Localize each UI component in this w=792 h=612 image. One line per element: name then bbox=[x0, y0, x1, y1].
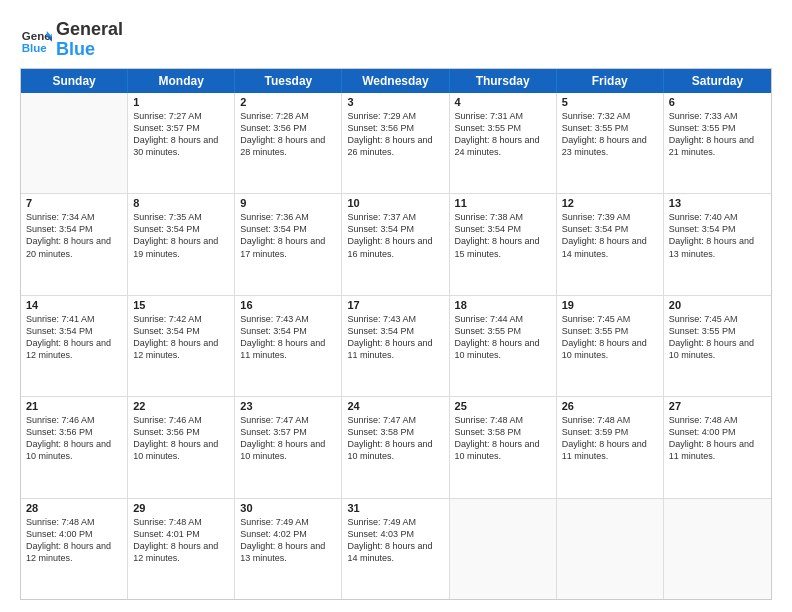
cell-info: Sunrise: 7:32 AMSunset: 3:55 PMDaylight:… bbox=[562, 110, 658, 159]
calendar-cell bbox=[664, 499, 771, 599]
calendar-header-row: Sunday Monday Tuesday Wednesday Thursday… bbox=[21, 69, 771, 93]
cell-info: Sunrise: 7:41 AMSunset: 3:54 PMDaylight:… bbox=[26, 313, 122, 362]
calendar-cell: 8Sunrise: 7:35 AMSunset: 3:54 PMDaylight… bbox=[128, 194, 235, 294]
cell-info: Sunrise: 7:46 AMSunset: 3:56 PMDaylight:… bbox=[133, 414, 229, 463]
day-number: 29 bbox=[133, 502, 229, 514]
logo-icon: General Blue bbox=[20, 24, 52, 56]
header-sunday: Sunday bbox=[21, 69, 128, 93]
day-number: 4 bbox=[455, 96, 551, 108]
cell-info: Sunrise: 7:48 AMSunset: 4:01 PMDaylight:… bbox=[133, 516, 229, 565]
day-number: 15 bbox=[133, 299, 229, 311]
calendar-cell: 31Sunrise: 7:49 AMSunset: 4:03 PMDayligh… bbox=[342, 499, 449, 599]
cell-info: Sunrise: 7:36 AMSunset: 3:54 PMDaylight:… bbox=[240, 211, 336, 260]
calendar-cell: 25Sunrise: 7:48 AMSunset: 3:58 PMDayligh… bbox=[450, 397, 557, 497]
day-number: 10 bbox=[347, 197, 443, 209]
cell-info: Sunrise: 7:49 AMSunset: 4:02 PMDaylight:… bbox=[240, 516, 336, 565]
cell-info: Sunrise: 7:48 AMSunset: 3:58 PMDaylight:… bbox=[455, 414, 551, 463]
cell-info: Sunrise: 7:28 AMSunset: 3:56 PMDaylight:… bbox=[240, 110, 336, 159]
cell-info: Sunrise: 7:48 AMSunset: 4:00 PMDaylight:… bbox=[669, 414, 766, 463]
header-thursday: Thursday bbox=[450, 69, 557, 93]
day-number: 1 bbox=[133, 96, 229, 108]
day-number: 26 bbox=[562, 400, 658, 412]
calendar-week-4: 21Sunrise: 7:46 AMSunset: 3:56 PMDayligh… bbox=[21, 397, 771, 498]
header-tuesday: Tuesday bbox=[235, 69, 342, 93]
header-friday: Friday bbox=[557, 69, 664, 93]
calendar-cell: 2Sunrise: 7:28 AMSunset: 3:56 PMDaylight… bbox=[235, 93, 342, 193]
header-saturday: Saturday bbox=[664, 69, 771, 93]
cell-info: Sunrise: 7:47 AMSunset: 3:58 PMDaylight:… bbox=[347, 414, 443, 463]
day-number: 30 bbox=[240, 502, 336, 514]
calendar-cell: 18Sunrise: 7:44 AMSunset: 3:55 PMDayligh… bbox=[450, 296, 557, 396]
calendar-week-2: 7Sunrise: 7:34 AMSunset: 3:54 PMDaylight… bbox=[21, 194, 771, 295]
calendar-cell: 12Sunrise: 7:39 AMSunset: 3:54 PMDayligh… bbox=[557, 194, 664, 294]
svg-text:Blue: Blue bbox=[22, 42, 48, 54]
calendar-cell: 21Sunrise: 7:46 AMSunset: 3:56 PMDayligh… bbox=[21, 397, 128, 497]
calendar-cell: 17Sunrise: 7:43 AMSunset: 3:54 PMDayligh… bbox=[342, 296, 449, 396]
header-monday: Monday bbox=[128, 69, 235, 93]
day-number: 22 bbox=[133, 400, 229, 412]
cell-info: Sunrise: 7:33 AMSunset: 3:55 PMDaylight:… bbox=[669, 110, 766, 159]
cell-info: Sunrise: 7:48 AMSunset: 4:00 PMDaylight:… bbox=[26, 516, 122, 565]
header-wednesday: Wednesday bbox=[342, 69, 449, 93]
cell-info: Sunrise: 7:43 AMSunset: 3:54 PMDaylight:… bbox=[240, 313, 336, 362]
cell-info: Sunrise: 7:27 AMSunset: 3:57 PMDaylight:… bbox=[133, 110, 229, 159]
cell-info: Sunrise: 7:47 AMSunset: 3:57 PMDaylight:… bbox=[240, 414, 336, 463]
calendar-cell: 10Sunrise: 7:37 AMSunset: 3:54 PMDayligh… bbox=[342, 194, 449, 294]
calendar-body: 1Sunrise: 7:27 AMSunset: 3:57 PMDaylight… bbox=[21, 93, 771, 599]
day-number: 17 bbox=[347, 299, 443, 311]
day-number: 18 bbox=[455, 299, 551, 311]
day-number: 25 bbox=[455, 400, 551, 412]
calendar-cell: 11Sunrise: 7:38 AMSunset: 3:54 PMDayligh… bbox=[450, 194, 557, 294]
calendar-cell: 28Sunrise: 7:48 AMSunset: 4:00 PMDayligh… bbox=[21, 499, 128, 599]
calendar-cell: 30Sunrise: 7:49 AMSunset: 4:02 PMDayligh… bbox=[235, 499, 342, 599]
day-number: 13 bbox=[669, 197, 766, 209]
calendar-cell bbox=[557, 499, 664, 599]
logo-general: General bbox=[56, 19, 123, 39]
calendar-cell: 22Sunrise: 7:46 AMSunset: 3:56 PMDayligh… bbox=[128, 397, 235, 497]
calendar-cell: 23Sunrise: 7:47 AMSunset: 3:57 PMDayligh… bbox=[235, 397, 342, 497]
cell-info: Sunrise: 7:46 AMSunset: 3:56 PMDaylight:… bbox=[26, 414, 122, 463]
calendar-cell: 29Sunrise: 7:48 AMSunset: 4:01 PMDayligh… bbox=[128, 499, 235, 599]
cell-info: Sunrise: 7:38 AMSunset: 3:54 PMDaylight:… bbox=[455, 211, 551, 260]
day-number: 20 bbox=[669, 299, 766, 311]
day-number: 12 bbox=[562, 197, 658, 209]
day-number: 14 bbox=[26, 299, 122, 311]
day-number: 21 bbox=[26, 400, 122, 412]
calendar-cell: 4Sunrise: 7:31 AMSunset: 3:55 PMDaylight… bbox=[450, 93, 557, 193]
calendar: Sunday Monday Tuesday Wednesday Thursday… bbox=[20, 68, 772, 600]
header: General Blue General Blue bbox=[20, 16, 772, 60]
logo-blue: Blue bbox=[56, 39, 95, 59]
day-number: 19 bbox=[562, 299, 658, 311]
cell-info: Sunrise: 7:42 AMSunset: 3:54 PMDaylight:… bbox=[133, 313, 229, 362]
calendar-cell: 5Sunrise: 7:32 AMSunset: 3:55 PMDaylight… bbox=[557, 93, 664, 193]
cell-info: Sunrise: 7:45 AMSunset: 3:55 PMDaylight:… bbox=[562, 313, 658, 362]
day-number: 7 bbox=[26, 197, 122, 209]
day-number: 8 bbox=[133, 197, 229, 209]
day-number: 24 bbox=[347, 400, 443, 412]
cell-info: Sunrise: 7:49 AMSunset: 4:03 PMDaylight:… bbox=[347, 516, 443, 565]
cell-info: Sunrise: 7:34 AMSunset: 3:54 PMDaylight:… bbox=[26, 211, 122, 260]
calendar-cell: 6Sunrise: 7:33 AMSunset: 3:55 PMDaylight… bbox=[664, 93, 771, 193]
calendar-cell: 27Sunrise: 7:48 AMSunset: 4:00 PMDayligh… bbox=[664, 397, 771, 497]
day-number: 5 bbox=[562, 96, 658, 108]
page: General Blue General Blue Sunday Monday … bbox=[0, 0, 792, 612]
calendar-cell: 7Sunrise: 7:34 AMSunset: 3:54 PMDaylight… bbox=[21, 194, 128, 294]
cell-info: Sunrise: 7:43 AMSunset: 3:54 PMDaylight:… bbox=[347, 313, 443, 362]
cell-info: Sunrise: 7:45 AMSunset: 3:55 PMDaylight:… bbox=[669, 313, 766, 362]
calendar-cell: 1Sunrise: 7:27 AMSunset: 3:57 PMDaylight… bbox=[128, 93, 235, 193]
cell-info: Sunrise: 7:48 AMSunset: 3:59 PMDaylight:… bbox=[562, 414, 658, 463]
calendar-cell: 26Sunrise: 7:48 AMSunset: 3:59 PMDayligh… bbox=[557, 397, 664, 497]
calendar-cell: 15Sunrise: 7:42 AMSunset: 3:54 PMDayligh… bbox=[128, 296, 235, 396]
day-number: 31 bbox=[347, 502, 443, 514]
calendar-cell: 16Sunrise: 7:43 AMSunset: 3:54 PMDayligh… bbox=[235, 296, 342, 396]
day-number: 9 bbox=[240, 197, 336, 209]
cell-info: Sunrise: 7:40 AMSunset: 3:54 PMDaylight:… bbox=[669, 211, 766, 260]
day-number: 3 bbox=[347, 96, 443, 108]
calendar-cell: 19Sunrise: 7:45 AMSunset: 3:55 PMDayligh… bbox=[557, 296, 664, 396]
day-number: 11 bbox=[455, 197, 551, 209]
calendar-cell: 14Sunrise: 7:41 AMSunset: 3:54 PMDayligh… bbox=[21, 296, 128, 396]
calendar-cell: 9Sunrise: 7:36 AMSunset: 3:54 PMDaylight… bbox=[235, 194, 342, 294]
day-number: 27 bbox=[669, 400, 766, 412]
calendar-cell: 20Sunrise: 7:45 AMSunset: 3:55 PMDayligh… bbox=[664, 296, 771, 396]
calendar-cell bbox=[21, 93, 128, 193]
